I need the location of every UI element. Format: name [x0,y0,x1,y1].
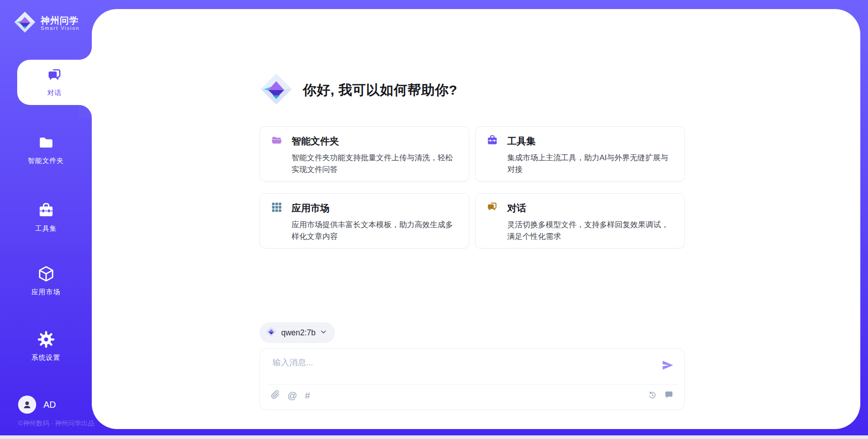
quick-reply-icon [664,390,674,401]
avatar [18,396,36,414]
chevron-down-icon [320,329,327,337]
mention-icon: @ [288,391,297,400]
feature-card-tools[interactable]: 工具集 集成市场上主流工具，助力AI与外界无缝扩展与对接 [475,126,685,181]
toolbox-icon [38,202,55,221]
card-description: 应用市场提供丰富长文本模板，助力高效生成多样化文章内容 [292,219,458,243]
app-logo: 神州问学 Smart Vision [14,11,80,35]
folder-icon [38,134,55,153]
sidebar-item-label: 对话 [47,89,62,97]
feature-card-chat[interactable]: 对话 灵活切换多模型文件，支持多样回复效果调试，满足个性化需求 [475,193,685,248]
attach-icon [271,390,280,401]
greeting-title: 你好, 我可以如何帮助你? [303,81,458,100]
app-logo-icon [14,11,36,35]
message-input[interactable] [272,356,653,383]
card-title: 对话 [507,202,526,215]
main-content: 你好, 我可以如何帮助你? 智能文件夹 智能文件夹功能支持批量文件上传与清洗，轻… [92,9,860,429]
sidebar-item-folders[interactable]: 智能文件夹 [0,134,92,165]
tab-curve-top [79,47,92,60]
chat-icon [486,201,498,215]
quick-reply-button[interactable] [664,390,674,401]
sidebar-item-settings[interactable]: 系统设置 [0,331,92,362]
toolbox-icon [486,134,498,148]
gear-icon [38,331,55,350]
attach-button[interactable] [271,390,280,401]
composer-divider [267,384,677,385]
app-window: 神州问学 Smart Vision 对话 智能文件夹 [0,0,868,439]
user-account[interactable]: AD [18,396,56,414]
tab-curve-bottom [79,105,92,118]
assistant-logo-icon [259,72,293,108]
card-description: 集成市场上主流工具，助力AI与外界无缝扩展与对接 [507,152,674,176]
card-description: 灵活切换多模型文件，支持多样回复效果调试，满足个性化需求 [507,219,674,243]
sidebar-item-market[interactable]: 应用市场 [0,265,92,296]
model-name: qwen2:7b [281,328,316,338]
greeting: 你好, 我可以如何帮助你? [259,72,458,108]
hash-button[interactable]: # [305,391,310,400]
grid-icon [271,201,283,215]
feature-cards: 智能文件夹 智能文件夹功能支持批量文件上传与清洗，轻松实现文件问答 [259,126,685,248]
sidebar-item-label: 工具集 [35,224,57,233]
sidebar-item-tools[interactable]: 工具集 [0,202,92,233]
composer: @ # [259,348,685,410]
card-title: 工具集 [507,135,536,148]
feature-card-market[interactable]: 应用市场 应用市场提供丰富长文本模板，助力高效生成多样化文章内容 [259,193,469,248]
card-title: 应用市场 [292,202,330,215]
hash-icon: # [305,391,310,400]
sidebar-item-label: 智能文件夹 [28,157,64,165]
card-title: 智能文件夹 [292,135,339,148]
sidebar-item-label: 应用市场 [32,288,61,296]
model-logo-icon [266,326,277,339]
sidebar-item-chat[interactable]: 对话 [17,60,92,105]
app-title: 神州问学 [41,15,80,25]
card-description: 智能文件夹功能支持批量文件上传与清洗，轻松实现文件问答 [292,152,458,176]
chat-icon [47,67,63,86]
user-initials: AD [43,400,56,410]
mention-button[interactable]: @ [288,391,297,400]
model-selector[interactable]: qwen2:7b [259,322,335,343]
send-button[interactable] [661,358,675,372]
history-button[interactable] [648,391,657,401]
folder-open-icon [271,134,283,148]
history-icon [648,391,657,401]
cube-icon [38,265,55,284]
sidebar: 神州问学 Smart Vision 对话 智能文件夹 [0,0,92,439]
window-bottom-edge [0,435,868,439]
app-subtitle: Smart Vision [41,25,80,31]
copyright-footer: ©神州数码 · 神州问学出品 [18,419,94,428]
feature-card-folders[interactable]: 智能文件夹 智能文件夹功能支持批量文件上传与清洗，轻松实现文件问答 [259,126,469,181]
sidebar-item-label: 系统设置 [32,353,61,362]
send-icon [661,367,675,373]
